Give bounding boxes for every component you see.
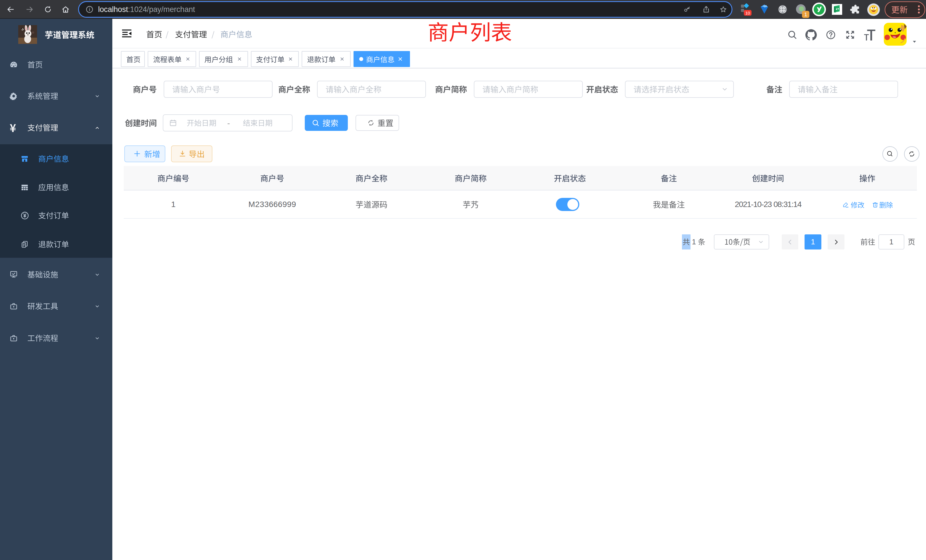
svg-text:1: 1 [804, 11, 807, 17]
svg-text:10: 10 [745, 11, 750, 15]
